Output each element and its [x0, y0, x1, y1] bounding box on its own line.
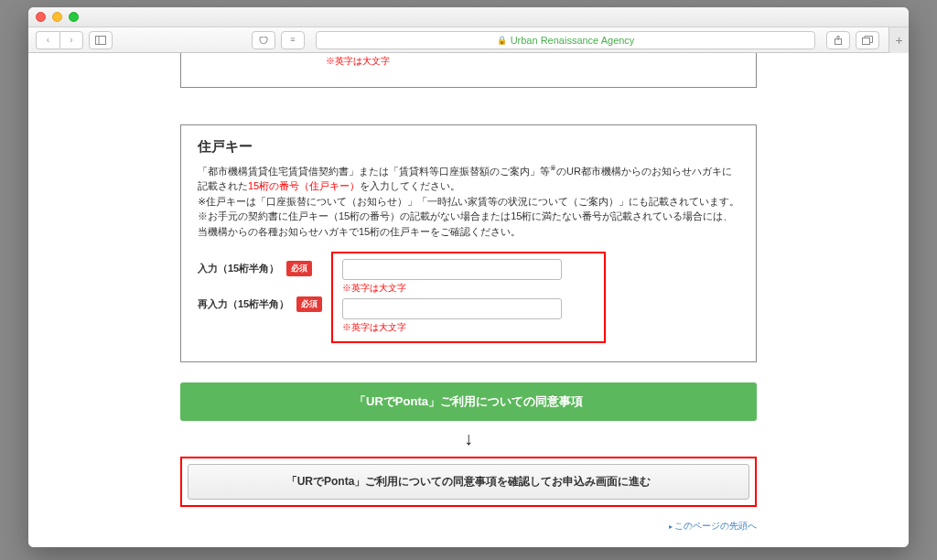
input-label: 入力（15桁半角）	[198, 262, 279, 275]
housing-key-reinput[interactable]	[342, 298, 562, 319]
tabs-icon	[862, 36, 873, 45]
housing-key-input[interactable]	[342, 259, 562, 280]
page-top-link[interactable]: このページの先頭へ	[180, 520, 757, 533]
desc-text: 「都市機構賃貸住宅賃貸借契約書」または「賃貸料等口座振替額のご案内」等	[198, 166, 550, 177]
input-label-row: 入力（15桁半角） 必須	[198, 261, 322, 276]
traffic-lights	[36, 12, 79, 22]
uppercase-note-prev: ※英字は大文字	[326, 55, 390, 68]
share-icon	[834, 36, 843, 45]
svg-rect-3	[863, 38, 870, 44]
new-tab-button[interactable]: +	[889, 27, 909, 53]
form-area: 入力（15桁半角） 必須 再入力（15桁半角） 必須 ※英字は大文字	[198, 252, 739, 343]
consent-terms-bar[interactable]: 「URでPonta」ご利用についての同意事項	[180, 382, 757, 421]
back-button[interactable]: ‹	[36, 31, 59, 49]
lines-icon: ≡	[290, 36, 295, 44]
desc-text: を入力してください。	[360, 180, 460, 191]
housing-key-section: 住戸キー 「都市機構賃貸住宅賃貸借契約書」または「賃貸料等口座振替額のご案内」等…	[180, 124, 757, 362]
desc-text: ※お手元の契約書に住戸キー（15桁の番号）の記載がない場合または15桁に満たない…	[198, 210, 733, 237]
minimize-window-icon[interactable]	[52, 12, 62, 22]
labels-column: 入力（15桁半角） 必須 再入力（15桁半角） 必須	[198, 252, 322, 343]
text-size-button[interactable]: ≡	[281, 31, 305, 49]
lock-icon: 🔒	[497, 36, 507, 45]
sidebar-toggle-button[interactable]	[89, 31, 113, 49]
sup-mark: ※	[550, 164, 556, 172]
proceed-button[interactable]: 「URでPonta」ご利用についての同意事項を確認してお申込み画面に進む	[188, 464, 749, 500]
previous-section-bottom: ※英字は大文字	[180, 53, 757, 88]
inputs-highlight-box: ※英字は大文字 ※英字は大文字	[331, 252, 606, 343]
arrow-down-icon: ↓	[180, 428, 757, 449]
forward-button[interactable]: ›	[59, 31, 83, 49]
reinput-label-row: 再入力（15桁半角） 必須	[198, 296, 322, 312]
desc-text: ※住戸キーは「口座振替について（お知らせ）」「一時払い家賃等の状況について（ご案…	[198, 196, 739, 207]
nav-buttons: ‹ ›	[36, 31, 83, 49]
sidebar-icon	[95, 36, 106, 45]
shield-icon	[259, 37, 268, 44]
browser-toolbar: ‹ › ≡ 🔒 Urban Renaissance Agency +	[28, 27, 909, 53]
maximize-window-icon[interactable]	[69, 12, 79, 22]
share-button[interactable]	[826, 31, 850, 49]
form-page: ※英字は大文字 住戸キー 「都市機構賃貸住宅賃貸借契約書」または「賃貸料等口座振…	[180, 53, 757, 533]
section-description: 「都市機構賃貸住宅賃貸借契約書」または「賃貸料等口座振替額のご案内」等※のUR都…	[198, 163, 739, 239]
tabs-button[interactable]	[856, 31, 879, 49]
input-block: ※英字は大文字	[342, 259, 595, 295]
required-badge: 必須	[286, 261, 312, 276]
required-badge: 必須	[296, 296, 322, 312]
section-title: 住戸キー	[198, 138, 739, 156]
address-bar[interactable]: 🔒 Urban Renaissance Agency	[316, 31, 815, 49]
reader-toggle-button[interactable]	[252, 31, 275, 49]
close-window-icon[interactable]	[36, 12, 46, 22]
site-title: Urban Renaissance Agency	[511, 35, 635, 46]
window-titlebar	[28, 7, 909, 27]
browser-window: ‹ › ≡ 🔒 Urban Renaissance Agency +	[28, 7, 909, 547]
reinput-block: ※英字は大文字	[342, 298, 595, 334]
uppercase-note: ※英字は大文字	[342, 282, 595, 295]
page-content: ※英字は大文字 住戸キー 「都市機構賃貸住宅賃貸借契約書」または「賃貸料等口座振…	[28, 53, 909, 547]
desc-emphasis: 15桁の番号（住戸キー）	[248, 180, 360, 191]
uppercase-note: ※英字は大文字	[342, 321, 595, 334]
reinput-label: 再入力（15桁半角）	[198, 297, 289, 311]
proceed-highlight-box: 「URでPonta」ご利用についての同意事項を確認してお申込み画面に進む	[180, 457, 757, 507]
svg-rect-0	[96, 36, 106, 44]
